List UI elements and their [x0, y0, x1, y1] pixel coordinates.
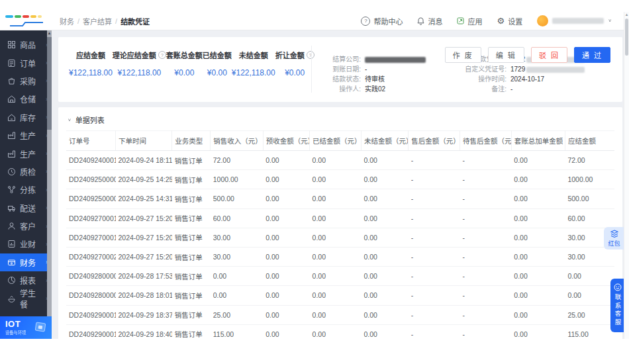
table-row[interactable]: DD240925000072024-09-25 14:25销售订单1000.00…	[66, 170, 614, 189]
info-value	[365, 57, 426, 63]
sidebar-item-分拣[interactable]: 分拣›	[0, 181, 52, 199]
sidebar-item-label: 采购	[20, 75, 36, 87]
settings-button[interactable]: ⚙ 设置	[497, 16, 522, 26]
page-scroll-thumb[interactable]	[625, 19, 628, 56]
summary-panel: 应结金额¥122,118.00理论应结金额?¥122,118.00套账总金额¥0…	[58, 37, 622, 102]
info-value: -	[365, 66, 367, 73]
scroll-up-arrow-icon[interactable]: ▲	[47, 30, 52, 36]
iot-device-icon	[32, 321, 48, 334]
column-header-inner: 预收金额（元）?	[266, 136, 307, 146]
sidebar-item-业财[interactable]: 业财›	[0, 235, 52, 253]
table-row[interactable]: DD240928000032024-09-28 17:53销售订单0.000.0…	[66, 267, 614, 286]
table-cell: 0.00	[511, 170, 565, 189]
help-center-button[interactable]: ? 帮助中心	[361, 16, 403, 26]
table-cell: 0.00	[511, 286, 565, 305]
sidebar-scroll-thumb[interactable]	[47, 37, 52, 130]
sidebar-item-label: 配送	[20, 203, 36, 214]
customer-icon	[7, 222, 16, 230]
table-row[interactable]: DD240929000172024-09-29 18:37销售订单25.000.…	[66, 305, 614, 324]
table-cell: 0.00	[511, 305, 565, 324]
sidebar-item-库存[interactable]: 库存›	[0, 109, 52, 126]
info-circle-icon[interactable]: ?	[158, 51, 166, 59]
table-cell: 500.00	[565, 189, 614, 208]
metrics-row: 应结金额¥122,118.00理论应结金额?¥122,118.00套账总金额¥0…	[69, 46, 302, 93]
iot-banner[interactable]: IOT 设备与环境	[0, 316, 52, 339]
metric-6: 折让金额?¥0.00	[275, 50, 314, 93]
sidebar-item-label: 质检	[20, 166, 36, 177]
table-cell: 115.00	[211, 324, 263, 339]
sidebar-item-仓储[interactable]: 仓储›	[0, 90, 52, 108]
sidebar-item-订单[interactable]: 订单›	[0, 54, 52, 71]
sidebar-item-财务[interactable]: 财务›	[0, 253, 52, 271]
table-cell: -	[460, 228, 511, 247]
sidebar-item-生产[interactable]: 生产›	[0, 144, 52, 162]
info-value: 实践02	[365, 86, 385, 93]
sidebar-item-label: 库存	[20, 112, 36, 123]
info-circle-icon[interactable]: ?	[307, 51, 314, 59]
info-value-text: 1729	[510, 66, 525, 73]
table-cell: 0.00	[361, 247, 408, 266]
table-cell: 2024-09-28 18:01	[116, 286, 172, 305]
user-menu[interactable]: ∨	[537, 15, 612, 26]
table-row[interactable]: DD240927000202024-09-27 15:20销售订单30.000.…	[66, 247, 614, 266]
metric-label: 应结金额	[69, 50, 113, 60]
column-header-label: 应结金额	[568, 136, 596, 146]
approve-button[interactable]: 通 过	[574, 47, 610, 63]
metric-label: 理论应结金额?	[113, 50, 166, 60]
column-header-9: 待售后金额（元）?	[460, 131, 511, 151]
table-row[interactable]: DD240927000192024-09-27 15:20销售订单30.000.…	[66, 228, 614, 247]
sidebar-item-质检[interactable]: 质检›	[0, 163, 52, 181]
order-icon	[7, 59, 16, 68]
sidebar-item-配送[interactable]: 配送›	[0, 199, 52, 217]
action-button[interactable]: 作 废	[445, 47, 481, 63]
info-label: 操作人:	[322, 86, 361, 93]
sidebar-item-label: 订单	[20, 58, 36, 69]
sidebar-item-学生餐[interactable]: 学生餐›	[0, 289, 52, 307]
apps-button[interactable]: 应用	[457, 16, 482, 26]
sidebar-item-客户[interactable]: 客户›	[0, 217, 52, 235]
info-value: 待审核	[365, 76, 385, 83]
table-cell: -	[409, 208, 460, 228]
table-cell: 72.00	[211, 151, 263, 170]
sidebar-item-生产[interactable]: 生产›	[0, 126, 52, 144]
column-header-inner: 待售后金额（元）?	[463, 136, 508, 146]
breadcrumb-item[interactable]: 客户结算	[83, 16, 112, 26]
column-header-1: 订单号	[66, 131, 116, 151]
order-number-cell: DD24092800005	[66, 286, 116, 305]
sidebar-item-label: 报表	[20, 275, 36, 286]
breadcrumb-separator: /	[77, 17, 79, 25]
table-cell: -	[460, 305, 511, 324]
table-row[interactable]: DD240927000182024-09-27 15:20销售订单60.000.…	[66, 208, 614, 228]
scroll-up-arrow-icon[interactable]: ▲	[624, 12, 629, 18]
metric-3: 套账总金额¥0.00	[166, 50, 203, 93]
red-packet-button[interactable]: 红包	[604, 227, 624, 250]
red-packet-label: 红包	[608, 239, 620, 248]
messages-button[interactable]: 消息	[417, 16, 442, 26]
table-row[interactable]: DD240929000182024-09-29 18:40销售订单115.000…	[66, 324, 614, 339]
column-header-inner: 售后金额（元）?	[411, 136, 457, 146]
info-label: 操作时间:	[456, 76, 507, 83]
table-cell: 0.00	[361, 324, 408, 339]
sidebar-vertical-scrollbar[interactable]: ▲ ▼	[47, 30, 52, 339]
table-row[interactable]: DD240928000052024-09-28 18:01销售订单0.000.0…	[66, 286, 614, 305]
action-button[interactable]: 编 辑	[488, 47, 524, 63]
page-vertical-scrollbar[interactable]: ▲	[624, 12, 629, 339]
breadcrumb-item[interactable]: 财务	[60, 16, 74, 26]
table-cell: 0.00	[511, 247, 565, 266]
table-cell: 0.00	[263, 189, 309, 208]
table-row[interactable]: DD240924000132024-09-24 18:11销售订单72.000.…	[66, 151, 614, 170]
sidebar-item-采购[interactable]: 采购›	[0, 72, 52, 90]
sidebar-item-label: 仓储	[20, 93, 36, 105]
app-logo[interactable]	[0, 12, 52, 30]
metric-label: 未结金额	[232, 50, 275, 60]
info-row: 自定义凭证号:1729	[456, 66, 585, 73]
sidebar-item-商品[interactable]: 商品›	[0, 36, 52, 54]
order-number-cell: DD24092700020	[66, 247, 116, 266]
table-row[interactable]: DD240925000092024-09-25 14:31销售订单500.000…	[66, 189, 614, 208]
customer-service-button[interactable]: 联系客服	[610, 279, 624, 332]
table-cell: 30.00	[211, 247, 263, 266]
section-toggle-documents-list[interactable]: ∨ 单据列表	[68, 114, 614, 125]
topbar-right: ? 帮助中心 消息 应用 ⚙ 设置	[361, 15, 629, 26]
reject-button[interactable]: 驳 回	[531, 47, 567, 63]
table-cell: 0.00	[511, 151, 565, 170]
